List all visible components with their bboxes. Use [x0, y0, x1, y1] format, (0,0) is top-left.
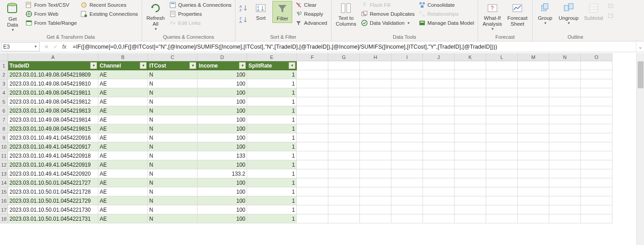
cell[interactable]: [455, 142, 486, 151]
cell[interactable]: [391, 142, 423, 151]
cell[interactable]: ITCost▾: [148, 61, 198, 70]
cell[interactable]: 1: [247, 133, 297, 142]
from-web-button[interactable]: From Web: [24, 10, 78, 18]
cell[interactable]: 1: [247, 97, 297, 106]
cell[interactable]: [581, 169, 612, 178]
cell[interactable]: 2023.03.01.10.50.01.0454221728: [8, 187, 98, 196]
cell[interactable]: [360, 124, 391, 133]
cell[interactable]: [518, 169, 549, 178]
cell[interactable]: [391, 151, 423, 160]
row-header[interactable]: 13: [0, 169, 8, 178]
column-header[interactable]: J: [423, 53, 455, 61]
cell[interactable]: [549, 124, 581, 133]
cell[interactable]: [391, 187, 423, 196]
cell[interactable]: AE: [98, 205, 148, 214]
row-header[interactable]: 14: [0, 178, 8, 187]
cell[interactable]: 2023.03.01.10.49.08.0454219813: [8, 106, 98, 115]
cell[interactable]: [455, 88, 486, 97]
cell[interactable]: [486, 196, 518, 205]
cell[interactable]: AE: [98, 160, 148, 169]
cell[interactable]: 2023.03.01.10.49.41.0454220916: [8, 133, 98, 142]
column-header[interactable]: K: [455, 53, 486, 61]
cell[interactable]: 100: [198, 106, 247, 115]
row-header[interactable]: 10: [0, 142, 8, 151]
cell[interactable]: N: [148, 88, 198, 97]
row-header[interactable]: 15: [0, 187, 8, 196]
cell[interactable]: [486, 133, 518, 142]
cell[interactable]: [518, 196, 549, 205]
cell[interactable]: [423, 196, 455, 205]
subtotal-button[interactable]: Subtotal: [582, 1, 605, 22]
cell[interactable]: [297, 79, 328, 88]
column-header[interactable]: D: [198, 53, 247, 61]
data-validation-button[interactable]: Data Validation▼: [360, 19, 416, 27]
cell[interactable]: [549, 115, 581, 124]
row-header[interactable]: 17: [0, 205, 8, 214]
sort-asc-button[interactable]: AZ: [238, 4, 249, 13]
cell[interactable]: [581, 187, 612, 196]
recent-sources-button[interactable]: Recent Sources: [79, 1, 138, 9]
forecast-sheet-button[interactable]: Forecast Sheet: [506, 1, 529, 28]
cell[interactable]: [360, 61, 391, 70]
cell[interactable]: [360, 205, 391, 214]
row-header[interactable]: 2: [0, 70, 8, 79]
enter-formula-button[interactable]: ✓: [53, 44, 58, 50]
cell[interactable]: SplitRate▾: [247, 61, 297, 70]
text-to-columns-button[interactable]: Text to Columns: [334, 1, 358, 28]
cell[interactable]: N: [148, 106, 198, 115]
cell[interactable]: [297, 169, 328, 178]
cell[interactable]: [549, 106, 581, 115]
cell[interactable]: [581, 205, 612, 214]
cell[interactable]: [391, 169, 423, 178]
cell[interactable]: [518, 115, 549, 124]
cell[interactable]: [518, 214, 549, 223]
cell[interactable]: [486, 70, 518, 79]
cell[interactable]: [328, 79, 360, 88]
filter-dropdown-button[interactable]: ▾: [140, 62, 147, 69]
cell[interactable]: [360, 187, 391, 196]
cell[interactable]: [549, 169, 581, 178]
cell[interactable]: AE: [98, 124, 148, 133]
cell[interactable]: [360, 88, 391, 97]
cell[interactable]: AE: [98, 151, 148, 160]
cell[interactable]: [328, 160, 360, 169]
cell[interactable]: [328, 151, 360, 160]
cell[interactable]: [581, 61, 612, 70]
clear-filter-button[interactable]: Clear: [294, 1, 328, 9]
cell[interactable]: [581, 151, 612, 160]
cell[interactable]: 2023.03.01.10.49.41.0454220917: [8, 142, 98, 151]
cell[interactable]: N: [148, 187, 198, 196]
cell[interactable]: [486, 88, 518, 97]
cell[interactable]: 2023.03.01.10.50.01.0454221727: [8, 178, 98, 187]
cell[interactable]: 2023.03.01.10.49.08.0454219814: [8, 115, 98, 124]
from-text-csv-button[interactable]: From Text/CSV: [24, 1, 78, 9]
cell[interactable]: [549, 187, 581, 196]
cell[interactable]: AE: [98, 214, 148, 223]
cell[interactable]: AE: [98, 79, 148, 88]
cell[interactable]: [581, 70, 612, 79]
cell[interactable]: [297, 178, 328, 187]
column-header[interactable]: B: [98, 53, 148, 61]
cell[interactable]: [360, 196, 391, 205]
cell[interactable]: [549, 79, 581, 88]
expand-formula-bar-button[interactable]: ⌄: [636, 41, 644, 52]
get-data-button[interactable]: Get Data ▼: [3, 1, 23, 33]
cell[interactable]: 1: [247, 187, 297, 196]
cell[interactable]: [391, 79, 423, 88]
cell[interactable]: [455, 187, 486, 196]
cell[interactable]: [297, 106, 328, 115]
cell[interactable]: Channel▾: [98, 61, 148, 70]
cell[interactable]: [455, 61, 486, 70]
cell[interactable]: AE: [98, 106, 148, 115]
column-header[interactable]: O: [581, 53, 612, 61]
cell[interactable]: [455, 205, 486, 214]
cell[interactable]: 2023.03.01.10.49.08.0454219812: [8, 97, 98, 106]
cell[interactable]: [360, 142, 391, 151]
cell[interactable]: [391, 97, 423, 106]
cell[interactable]: [391, 88, 423, 97]
cell[interactable]: [455, 214, 486, 223]
cell[interactable]: 2023.03.01.10.49.08.0454219815: [8, 124, 98, 133]
cell[interactable]: [549, 196, 581, 205]
cell[interactable]: [518, 187, 549, 196]
cell[interactable]: [455, 115, 486, 124]
